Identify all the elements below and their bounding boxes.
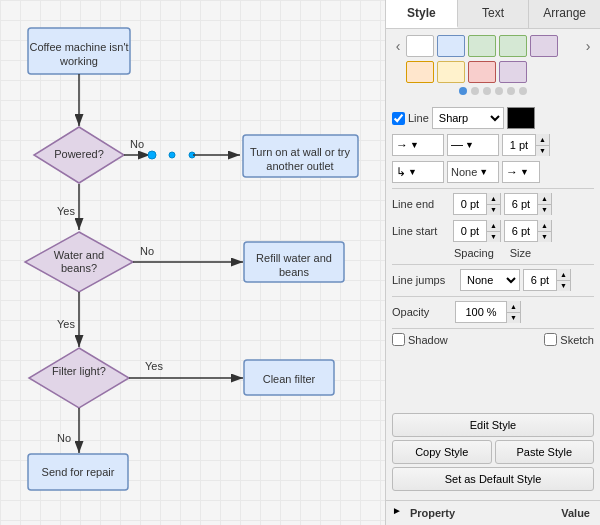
swatch-dot-3[interactable] [483,87,491,95]
style-swatches-section: ‹ › [386,29,600,101]
set-default-style-button[interactable]: Set as Default Style [392,467,594,491]
property-table-collapse-icon[interactable]: ► [392,505,402,521]
line-end-size-input[interactable] [505,194,537,214]
edit-style-button[interactable]: Edit Style [392,413,594,437]
swatch-dot-4[interactable] [495,87,503,95]
line-style-select[interactable]: Sharp Rounded Curved [432,107,504,129]
sketch-checkbox-label[interactable]: Sketch [544,333,594,346]
line-end-spacing-down[interactable]: ▼ [486,205,500,216]
properties-section: Line Sharp Rounded Curved → ▼ — ▼ ▲ [386,101,600,409]
line-start-spacing-wrap: ▲ ▼ [453,220,501,242]
line-end-spacing-up[interactable]: ▲ [486,193,500,205]
line-none-chevron: ▼ [479,167,488,177]
line-mid-icon: — [451,138,463,152]
line-jumps-label: Line jumps [392,274,457,286]
tab-arrange[interactable]: Arrange [529,0,600,28]
line-start-size-down[interactable]: ▼ [537,232,551,243]
node-filterlight-label1: Filter light? [52,365,106,377]
arrow-end-icon: → [506,165,518,179]
arrow-start-chevron: ▼ [410,140,419,150]
line-width-input[interactable] [503,135,535,155]
line-end-label: Line end [392,198,450,210]
line-width-up[interactable]: ▲ [535,134,549,146]
swatch-dot-5[interactable] [507,87,515,95]
swatch-dot-6[interactable] [519,87,527,95]
line-checkbox-label[interactable]: Line [392,112,429,125]
diagram-canvas[interactable]: Coffee machine isn't working Powered? No… [0,0,385,525]
line-jumps-size-input[interactable] [524,270,556,290]
line-start-spacing-input[interactable] [454,221,486,241]
buttons-section: Edit Style Copy Style Paste Style Set as… [386,409,600,500]
spacing-size-labels: Spacing Size [392,247,594,259]
tab-text[interactable]: Text [458,0,530,28]
sketch-label: Sketch [560,334,594,346]
opacity-up[interactable]: ▲ [506,301,520,313]
property-table-header: ► Property Value [392,505,594,521]
arrow-row-1: → ▼ — ▼ ▲ ▼ [392,134,594,156]
arrow-end-chevron: ▼ [520,167,529,177]
opacity-spinners: ▲ ▼ [506,301,520,323]
swatch-lavender[interactable] [499,61,527,83]
paste-style-button[interactable]: Paste Style [495,440,595,464]
line-width-down[interactable]: ▼ [535,146,549,157]
line-end-spacing-input[interactable] [454,194,486,214]
line-jumps-select[interactable]: None Arc Gap [460,269,520,291]
swatch-dot-2[interactable] [471,87,479,95]
shadow-checkbox[interactable] [392,333,405,346]
line-checkbox[interactable] [392,112,405,125]
opacity-row: Opacity ▲ ▼ [392,301,594,323]
node-refill-label2: beans [279,266,309,278]
swatches-grid-2 [406,61,580,83]
line-start-size-up[interactable]: ▲ [537,220,551,232]
line-jumps-size-down[interactable]: ▼ [556,281,570,292]
swatch-white[interactable] [406,35,434,57]
node-refill-label1: Refill water and [256,252,332,264]
line-end-size-wrap: ▲ ▼ [504,193,552,215]
swatch-yellow[interactable] [437,61,465,83]
arrow-corner-select[interactable]: ↳ ▼ [392,161,444,183]
arrow-row-2: ↳ ▼ None ▼ → ▼ [392,161,594,183]
line-color-box[interactable] [507,107,535,129]
swatch-dot-1[interactable] [459,87,467,95]
swatch-red[interactable] [468,61,496,83]
swatch-next-btn[interactable]: › [580,38,596,54]
panel-tabs: Style Text Arrange [386,0,600,29]
copy-style-button[interactable]: Copy Style [392,440,492,464]
swatch-green[interactable] [468,35,496,57]
line-none-select[interactable]: None ▼ [447,161,499,183]
sketch-checkbox[interactable] [544,333,557,346]
tab-style[interactable]: Style [386,0,458,28]
line-start-label: Line start [392,225,450,237]
swatch-blue[interactable] [437,35,465,57]
line-label: Line [408,112,429,124]
opacity-down[interactable]: ▼ [506,313,520,324]
line-width-input-wrap: ▲ ▼ [502,134,550,156]
swatch-orange[interactable] [406,61,434,83]
line-start-spacing-down[interactable]: ▼ [486,232,500,243]
divider-2 [392,264,594,265]
property-table-section: ► Property Value [386,500,600,525]
connector-dot-1 [148,151,156,159]
line-end-size-up[interactable]: ▲ [537,193,551,205]
line-none-label: None [451,166,477,178]
line-mid-chevron: ▼ [465,140,474,150]
line-start-size-input[interactable] [505,221,537,241]
swatch-purple[interactable] [530,35,558,57]
swatch-prev-btn[interactable]: ‹ [390,38,406,54]
node-filterlight[interactable] [29,348,129,408]
opacity-input[interactable] [456,302,506,322]
line-end-size-down[interactable]: ▼ [537,205,551,216]
arrow-start-select[interactable]: → ▼ [392,134,444,156]
opacity-label: Opacity [392,306,452,318]
node-powered-label: Powered? [54,148,104,160]
shadow-sketch-row: Shadow Sketch [392,333,594,346]
line-start-spacing-up[interactable]: ▲ [486,220,500,232]
shadow-checkbox-label[interactable]: Shadow [392,333,448,346]
arrow-end-select[interactable]: → ▼ [502,161,540,183]
line-jumps-size-up[interactable]: ▲ [556,269,570,281]
line-style-select-2[interactable]: — ▼ [447,134,499,156]
arrow-start-icon: → [396,138,408,152]
swatch-green2[interactable] [499,35,527,57]
line-jumps-row: Line jumps None Arc Gap ▲ ▼ [392,269,594,291]
arrow-corner-icon: ↳ [396,165,406,179]
